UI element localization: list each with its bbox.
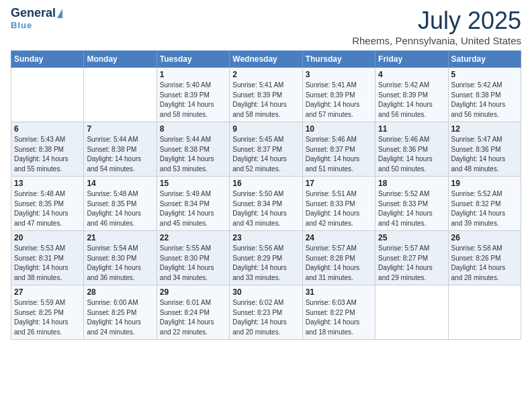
- calendar-cell: 7Sunrise: 5:44 AM Sunset: 8:38 PM Daylig…: [84, 122, 157, 177]
- calendar-cell: 4Sunrise: 5:42 AM Sunset: 8:39 PM Daylig…: [375, 68, 448, 122]
- col-header-wednesday: Wednesday: [230, 51, 302, 68]
- calendar-cell: 31Sunrise: 6:03 AM Sunset: 8:22 PM Dayli…: [302, 285, 375, 340]
- calendar-cell: [375, 285, 448, 340]
- day-info: Sunrise: 5:45 AM Sunset: 8:37 PM Dayligh…: [232, 135, 299, 174]
- calendar-cell: 12Sunrise: 5:47 AM Sunset: 8:36 PM Dayli…: [448, 122, 521, 177]
- day-number: 8: [160, 124, 226, 134]
- day-number: 17: [306, 179, 372, 188]
- day-number: 18: [378, 179, 445, 188]
- day-number: 13: [14, 179, 81, 188]
- col-header-thursday: Thursday: [302, 51, 375, 68]
- day-number: 23: [232, 233, 299, 242]
- calendar-cell: 13Sunrise: 5:48 AM Sunset: 8:35 PM Dayli…: [11, 177, 84, 231]
- day-info: Sunrise: 5:46 AM Sunset: 8:37 PM Dayligh…: [306, 135, 372, 174]
- calendar-cell: 15Sunrise: 5:49 AM Sunset: 8:34 PM Dayli…: [157, 177, 229, 231]
- day-info: Sunrise: 5:54 AM Sunset: 8:30 PM Dayligh…: [87, 244, 153, 283]
- calendar-cell: 19Sunrise: 5:52 AM Sunset: 8:32 PM Dayli…: [448, 177, 521, 231]
- calendar-cell: 1Sunrise: 5:40 AM Sunset: 8:39 PM Daylig…: [157, 68, 229, 122]
- day-number: 29: [160, 287, 226, 297]
- calendar-cell: [11, 68, 84, 122]
- day-info: Sunrise: 5:42 AM Sunset: 8:39 PM Dayligh…: [378, 81, 445, 120]
- day-number: 31: [306, 287, 372, 297]
- header: General Blue July 2025 Rheems, Pennsylva…: [11, 7, 521, 46]
- day-number: 22: [160, 233, 226, 242]
- week-row-4: 20Sunrise: 5:53 AM Sunset: 8:31 PM Dayli…: [11, 231, 521, 285]
- calendar-cell: 30Sunrise: 6:02 AM Sunset: 8:23 PM Dayli…: [230, 285, 302, 340]
- calendar-cell: [448, 285, 521, 340]
- calendar-cell: 16Sunrise: 5:50 AM Sunset: 8:34 PM Dayli…: [230, 177, 302, 231]
- day-number: 25: [378, 233, 445, 242]
- col-header-monday: Monday: [84, 51, 157, 68]
- day-info: Sunrise: 6:01 AM Sunset: 8:24 PM Dayligh…: [160, 298, 226, 337]
- day-info: Sunrise: 5:44 AM Sunset: 8:38 PM Dayligh…: [160, 135, 226, 174]
- day-number: 24: [306, 233, 372, 242]
- calendar-cell: 29Sunrise: 6:01 AM Sunset: 8:24 PM Dayli…: [157, 285, 229, 340]
- day-info: Sunrise: 5:42 AM Sunset: 8:38 PM Dayligh…: [451, 81, 518, 120]
- day-info: Sunrise: 5:48 AM Sunset: 8:35 PM Dayligh…: [87, 189, 153, 228]
- day-number: 4: [378, 70, 445, 79]
- day-number: 10: [306, 124, 372, 134]
- location: Rheems, Pennsylvania, United States: [352, 35, 521, 46]
- day-number: 20: [14, 233, 81, 242]
- day-number: 26: [451, 233, 518, 242]
- calendar-cell: 10Sunrise: 5:46 AM Sunset: 8:37 PM Dayli…: [302, 122, 375, 177]
- day-number: 1: [160, 70, 226, 79]
- calendar-cell: 5Sunrise: 5:42 AM Sunset: 8:38 PM Daylig…: [448, 68, 521, 122]
- day-info: Sunrise: 5:49 AM Sunset: 8:34 PM Dayligh…: [160, 189, 226, 228]
- calendar-cell: 23Sunrise: 5:56 AM Sunset: 8:29 PM Dayli…: [230, 231, 302, 285]
- calendar-cell: [84, 68, 157, 122]
- day-info: Sunrise: 5:56 AM Sunset: 8:29 PM Dayligh…: [232, 244, 299, 283]
- calendar-cell: 24Sunrise: 5:57 AM Sunset: 8:28 PM Dayli…: [302, 231, 375, 285]
- header-row: SundayMondayTuesdayWednesdayThursdayFrid…: [11, 51, 521, 68]
- week-row-1: 1Sunrise: 5:40 AM Sunset: 8:39 PM Daylig…: [11, 68, 521, 122]
- day-info: Sunrise: 6:02 AM Sunset: 8:23 PM Dayligh…: [232, 298, 299, 337]
- calendar-cell: 27Sunrise: 5:59 AM Sunset: 8:25 PM Dayli…: [11, 285, 84, 340]
- day-number: 6: [14, 124, 81, 134]
- calendar-table: SundayMondayTuesdayWednesdayThursdayFrid…: [11, 50, 521, 340]
- day-info: Sunrise: 5:57 AM Sunset: 8:27 PM Dayligh…: [378, 244, 445, 283]
- calendar-cell: 25Sunrise: 5:57 AM Sunset: 8:27 PM Dayli…: [375, 231, 448, 285]
- calendar-cell: 11Sunrise: 5:46 AM Sunset: 8:36 PM Dayli…: [375, 122, 448, 177]
- calendar-cell: 18Sunrise: 5:52 AM Sunset: 8:33 PM Dayli…: [375, 177, 448, 231]
- day-number: 12: [451, 124, 518, 134]
- col-header-tuesday: Tuesday: [157, 51, 229, 68]
- day-info: Sunrise: 5:53 AM Sunset: 8:31 PM Dayligh…: [14, 244, 81, 283]
- day-number: 16: [232, 179, 299, 188]
- calendar-cell: 14Sunrise: 5:48 AM Sunset: 8:35 PM Dayli…: [84, 177, 157, 231]
- month-title: July 2025: [352, 7, 521, 35]
- day-info: Sunrise: 5:40 AM Sunset: 8:39 PM Dayligh…: [160, 81, 226, 120]
- calendar-cell: 3Sunrise: 5:41 AM Sunset: 8:39 PM Daylig…: [302, 68, 375, 122]
- title-block: July 2025 Rheems, Pennsylvania, United S…: [352, 7, 521, 46]
- day-info: Sunrise: 5:51 AM Sunset: 8:33 PM Dayligh…: [306, 189, 372, 228]
- col-header-sunday: Sunday: [11, 51, 84, 68]
- day-number: 2: [232, 70, 299, 79]
- calendar-cell: 2Sunrise: 5:41 AM Sunset: 8:39 PM Daylig…: [230, 68, 302, 122]
- week-row-2: 6Sunrise: 5:43 AM Sunset: 8:38 PM Daylig…: [11, 122, 521, 177]
- day-info: Sunrise: 5:41 AM Sunset: 8:39 PM Dayligh…: [232, 81, 299, 120]
- calendar-cell: 20Sunrise: 5:53 AM Sunset: 8:31 PM Dayli…: [11, 231, 84, 285]
- calendar-cell: 22Sunrise: 5:55 AM Sunset: 8:30 PM Dayli…: [157, 231, 229, 285]
- day-info: Sunrise: 5:46 AM Sunset: 8:36 PM Dayligh…: [378, 135, 445, 174]
- calendar-cell: 6Sunrise: 5:43 AM Sunset: 8:38 PM Daylig…: [11, 122, 84, 177]
- day-info: Sunrise: 5:43 AM Sunset: 8:38 PM Dayligh…: [14, 135, 81, 174]
- calendar-cell: 17Sunrise: 5:51 AM Sunset: 8:33 PM Dayli…: [302, 177, 375, 231]
- day-info: Sunrise: 5:47 AM Sunset: 8:36 PM Dayligh…: [451, 135, 518, 174]
- week-row-3: 13Sunrise: 5:48 AM Sunset: 8:35 PM Dayli…: [11, 177, 521, 231]
- day-info: Sunrise: 5:50 AM Sunset: 8:34 PM Dayligh…: [232, 189, 299, 228]
- logo: General Blue: [11, 7, 62, 30]
- day-number: 3: [306, 70, 372, 79]
- day-number: 11: [378, 124, 445, 134]
- col-header-saturday: Saturday: [448, 51, 521, 68]
- day-info: Sunrise: 5:59 AM Sunset: 8:25 PM Dayligh…: [14, 298, 81, 337]
- day-info: Sunrise: 5:58 AM Sunset: 8:26 PM Dayligh…: [451, 244, 518, 283]
- day-info: Sunrise: 5:52 AM Sunset: 8:33 PM Dayligh…: [378, 189, 445, 228]
- day-info: Sunrise: 5:44 AM Sunset: 8:38 PM Dayligh…: [87, 135, 153, 174]
- logo-text-general: General: [11, 7, 56, 20]
- day-info: Sunrise: 5:57 AM Sunset: 8:28 PM Dayligh…: [306, 244, 372, 283]
- day-number: 28: [87, 287, 153, 297]
- day-number: 27: [14, 287, 81, 297]
- week-row-5: 27Sunrise: 5:59 AM Sunset: 8:25 PM Dayli…: [11, 285, 521, 340]
- calendar-cell: 21Sunrise: 5:54 AM Sunset: 8:30 PM Dayli…: [84, 231, 157, 285]
- calendar-cell: 28Sunrise: 6:00 AM Sunset: 8:25 PM Dayli…: [84, 285, 157, 340]
- day-number: 14: [87, 179, 153, 188]
